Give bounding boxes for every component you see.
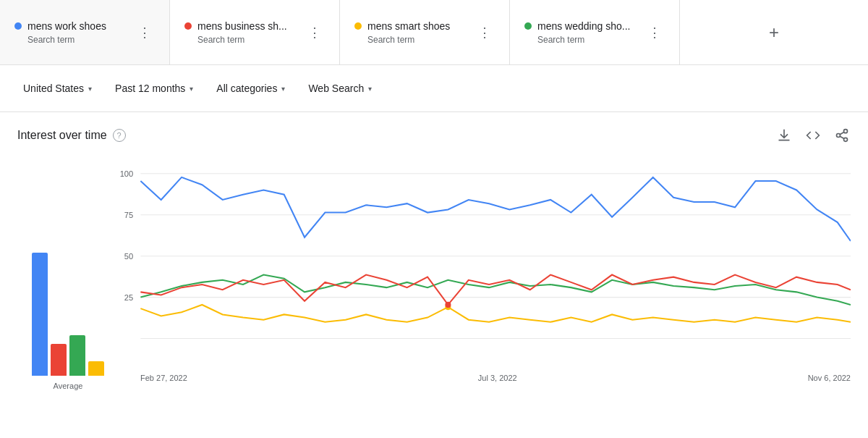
search-term-item-1[interactable]: mens work shoes Search term ⋮: [0, 0, 170, 64]
search-term-title-2: mens business sh...: [184, 20, 287, 32]
term4-dot: [524, 22, 532, 30]
term3-menu-icon[interactable]: ⋮: [475, 22, 495, 43]
line-chart-wrapper: 100 75 50 25 Feb 27, 2022: [119, 159, 851, 412]
period-chevron-icon: ▾: [190, 85, 193, 93]
avg-bars: [32, 231, 104, 376]
region-label: United States: [23, 83, 84, 94]
x-label-2: Jul 3, 2022: [478, 374, 517, 382]
search-term-content-4: mens wedding sho... Search term: [524, 20, 630, 45]
svg-point-0: [844, 130, 848, 133]
search-term-item-3[interactable]: mens smart shoes Search term ⋮: [340, 0, 510, 64]
avg-bar-1: [32, 253, 48, 376]
line-chart-svg: 100 75 50 25: [119, 159, 851, 368]
svg-text:50: 50: [124, 252, 133, 261]
help-text: ?: [117, 131, 122, 140]
search-term-title-1: mens work shoes: [14, 20, 106, 32]
avg-bar-2: [51, 344, 67, 376]
term1-menu-icon[interactable]: ⋮: [135, 22, 155, 43]
x-label-3: Nov 6, 2022: [808, 374, 851, 382]
term2-label: mens business sh...: [197, 20, 287, 32]
avg-bar-3: [69, 335, 85, 376]
red-line: [140, 275, 851, 305]
search-type-chevron-icon: ▾: [368, 85, 372, 93]
term2-menu-icon[interactable]: ⋮: [305, 22, 325, 43]
yellow-line: [140, 305, 851, 322]
category-chevron-icon: ▾: [281, 85, 285, 93]
green-line: [140, 275, 851, 305]
chart-title: Interest over time: [17, 129, 107, 142]
term2-dot: [184, 22, 192, 30]
search-term-content-1: mens work shoes Search term: [14, 20, 106, 45]
x-axis-labels: Feb 27, 2022 Jul 3, 2022 Nov 6, 2022: [119, 374, 851, 382]
avg-bar-4: [88, 361, 104, 376]
chart-container: Average 100 75 50 25: [17, 159, 851, 412]
avg-label: Average: [54, 382, 83, 390]
search-term-title-3: mens smart shoes: [354, 20, 450, 32]
help-icon[interactable]: ?: [113, 129, 126, 142]
search-term-title-4: mens wedding sho...: [524, 20, 630, 32]
download-button[interactable]: [775, 127, 793, 144]
svg-point-1: [837, 134, 841, 138]
term2-sub: Search term: [184, 35, 287, 45]
search-term-content-3: mens smart shoes Search term: [354, 20, 450, 45]
filters-bar: United States ▾ Past 12 months ▾ All cat…: [0, 65, 868, 112]
add-term-button[interactable]: +: [680, 0, 868, 64]
chart-title-group: Interest over time ?: [17, 129, 126, 142]
chart-actions: [775, 127, 851, 144]
svg-line-4: [840, 132, 844, 134]
search-type-label: Web Search: [308, 83, 364, 94]
term4-menu-icon[interactable]: ⋮: [645, 22, 665, 43]
search-terms-bar: mens work shoes Search term ⋮ mens busin…: [0, 0, 868, 65]
avg-bar-section: Average: [17, 159, 119, 412]
term3-dot: [354, 22, 362, 30]
category-label: All categories: [216, 83, 277, 94]
search-term-item-4[interactable]: mens wedding sho... Search term ⋮: [510, 0, 680, 64]
red-dot: [445, 302, 451, 308]
chart-section: Interest over time ?: [0, 112, 868, 426]
term4-label: mens wedding sho...: [537, 20, 630, 32]
code-button[interactable]: [804, 127, 822, 144]
category-filter[interactable]: All categories ▾: [208, 77, 294, 100]
region-filter[interactable]: United States ▾: [14, 77, 101, 100]
term3-label: mens smart shoes: [367, 20, 450, 32]
blue-line: [140, 177, 851, 241]
term3-sub: Search term: [354, 35, 450, 45]
term1-sub: Search term: [14, 35, 106, 45]
svg-line-3: [840, 136, 844, 138]
search-term-content-2: mens business sh... Search term: [184, 20, 287, 45]
svg-text:100: 100: [120, 169, 134, 178]
search-type-filter[interactable]: Web Search ▾: [299, 77, 380, 100]
term1-dot: [14, 22, 22, 30]
search-term-item-2[interactable]: mens business sh... Search term ⋮: [170, 0, 340, 64]
period-label: Past 12 months: [115, 83, 185, 94]
chart-header: Interest over time ?: [17, 127, 851, 144]
region-chevron-icon: ▾: [88, 85, 92, 93]
x-label-1: Feb 27, 2022: [140, 374, 187, 382]
term4-sub: Search term: [524, 35, 630, 45]
term1-label: mens work shoes: [27, 20, 106, 32]
share-button[interactable]: [833, 127, 851, 144]
svg-text:75: 75: [124, 211, 133, 219]
period-filter[interactable]: Past 12 months ▾: [106, 77, 202, 100]
svg-point-2: [844, 138, 848, 141]
svg-text:25: 25: [124, 293, 133, 302]
add-icon: +: [769, 22, 779, 43]
